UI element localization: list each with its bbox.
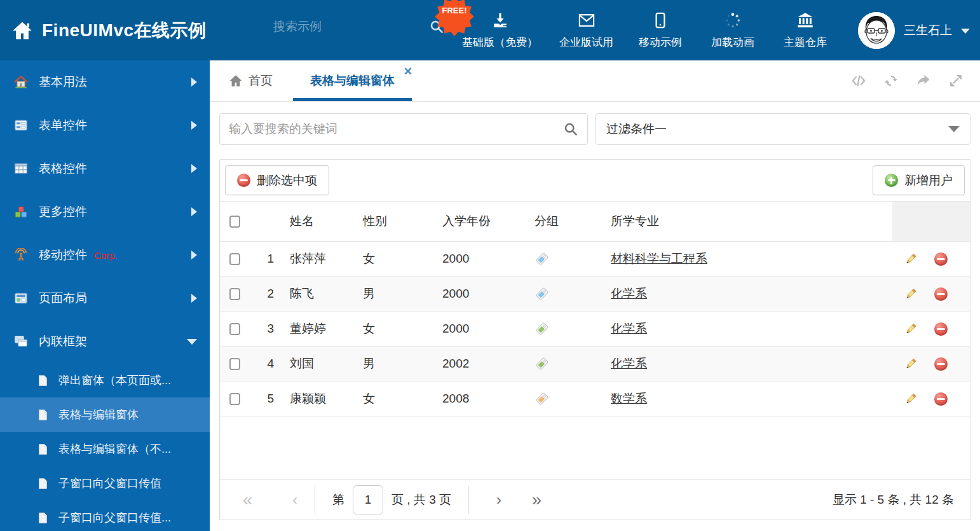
cell-year: 2000 (442, 287, 534, 301)
prev-page-button[interactable]: ‹ (292, 492, 297, 507)
brand[interactable]: FineUIMvc在线示例 (11, 0, 207, 60)
major-link[interactable]: 化学系 (611, 322, 647, 335)
app-window: FineUIMvc在线示例 FREE! 基础版（免费） 企业版试用 (0, 0, 980, 531)
chevron-icon (191, 121, 197, 130)
row-checkbox[interactable] (229, 393, 240, 405)
edit-icon[interactable] (904, 322, 918, 336)
keyword-search-input[interactable] (229, 122, 563, 136)
sidebar-subitem-label: 弹出窗体（本页面或... (58, 373, 171, 388)
sidebar-item-icon (14, 75, 28, 89)
filter-dropdown[interactable]: 过滤条件一 (595, 113, 970, 145)
user-menu[interactable]: 三生石上 (858, 0, 970, 60)
file-icon (37, 375, 49, 387)
header-nav-item[interactable]: 企业版试用 (559, 11, 613, 50)
tab-close-icon[interactable]: ✕ (404, 66, 412, 77)
sidebar-item-icon (14, 334, 28, 348)
page-content: 过滤条件一 删除选中项 新增用户 (210, 102, 980, 531)
add-user-button[interactable]: 新增用户 (873, 165, 965, 195)
table-row: 3 董婷婷 女 2000 化学系 (220, 312, 970, 347)
delete-row-icon[interactable] (934, 392, 948, 406)
major-link[interactable]: 材料科学与工程系 (611, 252, 707, 265)
fullscreen-icon[interactable] (948, 73, 963, 88)
sidebar-subitem[interactable]: 表格与编辑窗体（不... (0, 432, 210, 466)
sidebar-subitem[interactable]: 子窗口向父窗口传值... (0, 500, 210, 531)
column-header-name: 姓名 (287, 213, 363, 230)
cell-name: 陈飞 (287, 286, 363, 302)
delete-row-icon[interactable] (934, 357, 948, 371)
sidebar-subitem-label: 表格与编辑窗体（不... (58, 441, 171, 457)
grid-panel: 删除选中项 新增用户 姓名 性别 入学年份 (219, 159, 970, 520)
filter-row: 过滤条件一 (219, 113, 970, 145)
page-prefix-label: 第 (332, 492, 344, 508)
sidebar-item[interactable]: 表格控件 (0, 147, 210, 190)
sidebar-item[interactable]: 页面布局 (0, 277, 210, 320)
delete-row-icon[interactable] (934, 252, 948, 266)
delete-selected-button[interactable]: 删除选中项 (225, 165, 329, 195)
table-row: 1 张萍萍 女 2000 材料科学与工程系 (220, 242, 970, 277)
select-all-checkbox[interactable] (229, 216, 240, 228)
chevron-icon (191, 207, 197, 216)
sidebar-item[interactable]: 内联框架 (0, 320, 210, 363)
chevron-icon (191, 164, 197, 173)
major-link[interactable]: 化学系 (611, 287, 647, 300)
tab-active[interactable]: 表格与编辑窗体 ✕ (301, 60, 404, 101)
column-header-gender: 性别 (363, 213, 442, 230)
last-page-button[interactable]: » (532, 492, 541, 509)
column-header-year: 入学年份 (442, 213, 534, 230)
major-link[interactable]: 数学系 (611, 392, 647, 405)
nav-item-icon (724, 11, 742, 31)
edit-icon[interactable] (904, 357, 918, 371)
page-suffix-label: 页 , 共 3 页 (391, 492, 451, 508)
delete-row-icon[interactable] (934, 322, 948, 336)
add-button-label: 新增用户 (904, 172, 953, 189)
sidebar-subitem[interactable]: 子窗口向父窗口传值 (0, 466, 210, 500)
filter-dropdown-value: 过滤条件一 (606, 121, 667, 137)
minus-icon (237, 174, 250, 187)
header-nav-item[interactable]: 主题仓库 (780, 11, 831, 50)
header-nav-item[interactable]: 移动示例 (635, 11, 686, 50)
header-search-input[interactable] (273, 20, 429, 34)
username: 三生石上 (904, 22, 952, 39)
file-icon (37, 443, 49, 455)
tag-icon (534, 356, 550, 371)
chevron-icon (191, 251, 197, 259)
delete-row-icon[interactable] (934, 287, 948, 301)
tab-home[interactable]: 首页 (229, 60, 273, 101)
major-link[interactable]: 化学系 (611, 357, 647, 370)
row-checkbox[interactable] (229, 288, 240, 300)
row-checkbox[interactable] (229, 323, 240, 335)
corp-badge: Corp. (94, 250, 118, 261)
nav-item-label: 加载动画 (711, 35, 754, 50)
search-icon[interactable] (563, 121, 578, 137)
next-page-button[interactable]: › (496, 492, 501, 507)
first-page-button[interactable]: « (243, 492, 252, 509)
chevron-icon (191, 78, 197, 86)
edit-icon[interactable] (904, 287, 918, 301)
keyword-search (219, 113, 588, 145)
open-new-window-icon[interactable] (916, 73, 931, 88)
cell-gender: 男 (363, 286, 442, 302)
refresh-icon[interactable] (883, 73, 899, 88)
row-checkbox[interactable] (229, 358, 240, 370)
row-checkbox[interactable] (229, 253, 240, 265)
view-source-icon[interactable] (851, 73, 866, 88)
sidebar-item[interactable]: 更多控件 (0, 190, 210, 233)
edit-icon[interactable] (904, 252, 918, 266)
page-number-input[interactable] (353, 485, 383, 514)
nav-item-label: 主题仓库 (784, 35, 827, 50)
sidebar-subitem[interactable]: 弹出窗体（本页面或... (0, 363, 210, 397)
header-nav-item[interactable]: 加载动画 (707, 11, 758, 50)
header-nav: 基础版（免费） 企业版试用 移动示例 加载动画 (462, 0, 831, 60)
sidebar-subitem[interactable]: 表格与编辑窗体 (0, 397, 210, 432)
record-count-summary: 显示 1 - 5 条 , 共 12 条 (833, 492, 954, 508)
sidebar-item[interactable]: 基本用法 (0, 60, 210, 104)
tag-icon (534, 286, 550, 301)
sidebar-item[interactable]: 表单控件 (0, 104, 210, 147)
column-header-actions (892, 202, 970, 241)
header-nav-item[interactable]: 基础版（免费） (462, 11, 538, 50)
sidebar-item[interactable]: 移动控件 Corp. (0, 233, 210, 277)
nav-item-icon (491, 11, 509, 31)
tag-icon (534, 391, 550, 406)
grid-toolbar: 删除选中项 新增用户 (220, 160, 970, 201)
edit-icon[interactable] (904, 392, 918, 406)
